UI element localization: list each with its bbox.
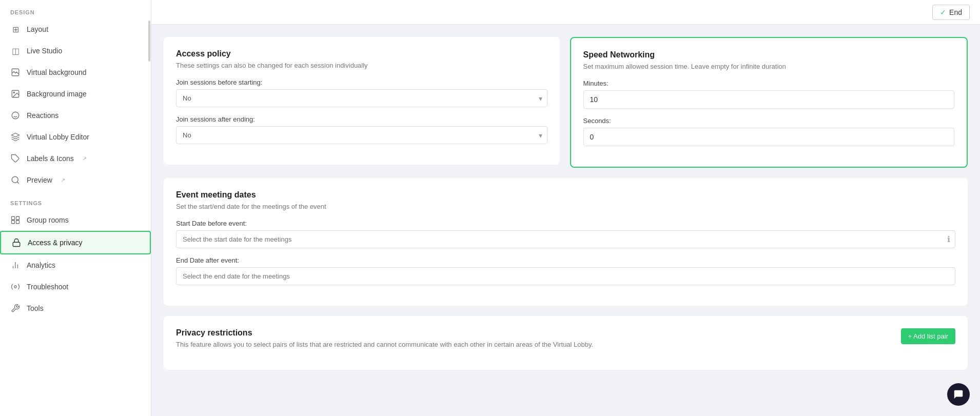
sidebar-item-access-privacy[interactable]: Access & privacy [0,231,151,254]
access-privacy-icon [11,237,22,248]
access-policy-card: Access policy These settings can also be… [164,37,560,165]
sidebar-item-live-studio[interactable]: ◫ Live Studio [0,40,151,62]
join-before-label: Join sessions before starting: [176,78,547,86]
svg-point-17 [14,286,17,288]
join-before-select[interactable]: No Yes [176,89,547,107]
sidebar-item-troubleshoot[interactable]: Troubleshoot [0,276,151,298]
sidebar-item-group-rooms[interactable]: Group rooms [0,209,151,231]
top-cards-row: Access policy These settings can also be… [164,37,968,168]
sidebar-item-labels-icons[interactable]: Labels & Icons ↗ [0,148,151,169]
sidebar-item-layout-label: Layout [27,25,48,33]
sidebar: DESIGN ⊞ Layout ◫ Live Studio Virtual ba… [0,0,151,416]
sidebar-item-troubleshoot-label: Troubleshoot [27,283,68,291]
sidebar-item-access-privacy-label: Access & privacy [28,239,83,247]
sidebar-item-group-rooms-label: Group rooms [27,216,69,224]
privacy-restrictions-card: Privacy restrictions This feature allows… [164,316,968,370]
privacy-header: Privacy restrictions This feature allows… [176,328,955,358]
access-policy-title: Access policy [176,49,547,58]
event-meeting-dates-title: Event meeting dates [176,190,955,200]
end-date-group: End Date after event: [176,256,955,285]
virtual-background-icon [10,67,21,77]
seconds-label: Seconds: [583,117,955,125]
reactions-icon [10,110,21,121]
preview-external-icon: ↗ [61,177,65,184]
sidebar-item-tools-label: Tools [27,304,44,312]
add-list-pair-label: + Add list pair [908,332,948,340]
svg-rect-12 [16,221,19,224]
join-after-select-wrapper: No Yes ▾ [176,126,547,144]
sidebar-item-analytics-label: Analytics [27,261,55,269]
svg-rect-11 [12,221,15,224]
chat-bubble-button[interactable] [947,383,970,406]
sidebar-item-tools[interactable]: Tools [0,298,151,319]
join-after-select[interactable]: No Yes [176,126,547,144]
join-after-group: Join sessions after ending: No Yes ▾ [176,115,547,144]
sidebar-item-background-image[interactable]: Background image [0,83,151,105]
svg-point-2 [13,92,14,93]
sidebar-item-background-image-label: Background image [27,90,87,98]
sidebar-item-preview[interactable]: Preview ↗ [0,169,151,191]
minutes-group: Minutes: [583,80,955,109]
sidebar-item-preview-label: Preview [27,176,52,184]
topbar: ✓ End [151,0,980,25]
start-date-input[interactable] [176,230,955,248]
sidebar-item-labels-icons-label: Labels & Icons [27,154,74,163]
main-content: Access policy These settings can also be… [151,0,980,416]
sidebar-item-layout[interactable]: ⊞ Layout [0,18,151,40]
group-rooms-icon [10,215,21,225]
svg-point-3 [12,112,19,119]
seconds-group: Seconds: [583,117,955,146]
end-date-input-wrapper [176,267,955,285]
privacy-restrictions-subtitle: This feature allows you to select pairs … [176,341,593,348]
access-policy-subtitle: These settings can also be changed for e… [176,62,547,69]
event-meeting-dates-card: Event meeting dates Set the start/end da… [164,178,968,306]
sidebar-item-virtual-lobby-editor-label: Virtual Lobby Editor [27,133,89,141]
virtual-lobby-editor-icon [10,132,21,142]
svg-rect-9 [12,216,15,220]
seconds-input[interactable] [583,128,955,146]
join-before-select-wrapper: No Yes ▾ [176,89,547,107]
preview-icon [10,175,21,185]
background-image-icon [10,89,21,99]
speed-networking-card: Speed Networking Set maximum allowed ses… [570,37,968,168]
analytics-icon [10,260,21,270]
check-icon: ✓ [940,8,946,16]
end-date-label: End Date after event: [176,256,955,264]
start-date-input-wrapper: ℹ [176,230,955,248]
troubleshoot-icon [10,282,21,292]
tools-icon [10,303,21,313]
start-date-info-icon[interactable]: ℹ [947,234,950,244]
design-section-label: DESIGN [0,0,151,18]
privacy-restrictions-title: Privacy restrictions [176,328,593,338]
svg-point-7 [12,176,18,183]
layout-icon: ⊞ [10,24,21,34]
svg-rect-13 [13,242,20,246]
join-before-group: Join sessions before starting: No Yes ▾ [176,78,547,107]
start-date-group: Start Date before event: ℹ [176,220,955,248]
join-after-label: Join sessions after ending: [176,115,547,123]
add-list-pair-button[interactable]: + Add list pair [901,328,955,344]
sidebar-item-virtual-background[interactable]: Virtual background [0,62,151,83]
speed-networking-subtitle: Set maximum allowed session time. Leave … [583,63,955,70]
labels-icons-icon [10,153,21,164]
sidebar-item-live-studio-label: Live Studio [27,47,62,55]
sidebar-item-virtual-background-label: Virtual background [27,68,86,76]
sidebar-scrollbar[interactable] [148,0,151,416]
start-date-label: Start Date before event: [176,220,955,227]
sidebar-item-reactions-label: Reactions [27,111,58,120]
sidebar-item-analytics[interactable]: Analytics [0,254,151,276]
settings-section-label: SETTINGS [0,191,151,209]
end-button-label: End [949,8,962,16]
sidebar-item-reactions[interactable]: Reactions [0,105,151,126]
end-button[interactable]: ✓ End [932,5,970,20]
privacy-text-area: Privacy restrictions This feature allows… [176,328,593,358]
minutes-label: Minutes: [583,80,955,87]
event-meeting-dates-subtitle: Set the start/end date for the meetings … [176,203,955,210]
svg-rect-10 [16,216,19,220]
end-date-input[interactable] [176,267,955,285]
live-studio-icon: ◫ [10,46,21,56]
minutes-input[interactable] [583,90,955,109]
speed-networking-title: Speed Networking [583,50,955,60]
svg-line-8 [17,182,18,183]
sidebar-item-virtual-lobby-editor[interactable]: Virtual Lobby Editor [0,126,151,148]
